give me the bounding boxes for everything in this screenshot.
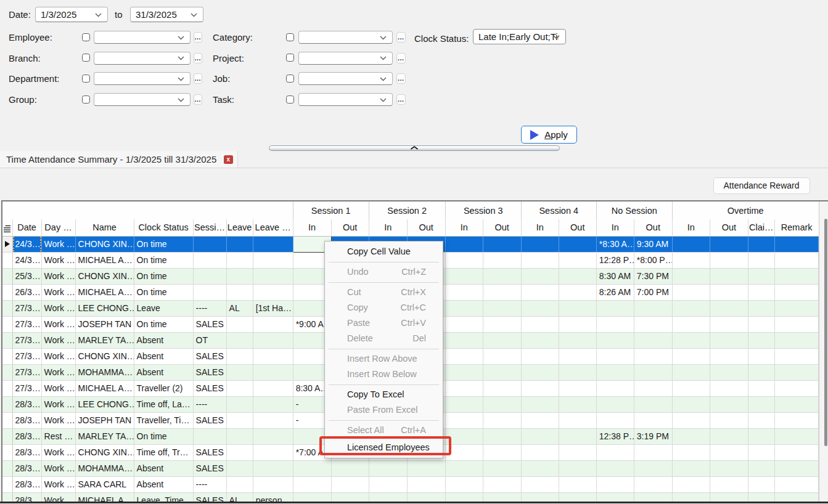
cell-day[interactable]: Work … [41, 348, 75, 364]
column-header-leave[interactable]: Leave [226, 219, 253, 236]
cell-claim[interactable] [748, 236, 774, 252]
row-header-cell[interactable] [2, 268, 12, 284]
column-header-date[interactable]: Date [12, 219, 41, 236]
row-header-cell[interactable] [2, 348, 12, 364]
row-header-cell[interactable] [2, 364, 12, 380]
cell-s4-in[interactable] [521, 268, 559, 284]
cell-s4-in[interactable] [521, 316, 559, 332]
filter-checkbox[interactable] [286, 54, 294, 62]
column-header-s2-in[interactable]: In [369, 219, 407, 236]
cell-s1-in[interactable] [293, 460, 331, 476]
cell-ot-in[interactable] [672, 412, 710, 428]
cell-clock-status[interactable]: On time [134, 268, 193, 284]
context-menu-item[interactable]: Copy To Excel [325, 387, 443, 402]
cell-remark[interactable] [774, 460, 818, 476]
cell-session[interactable]: ---- [193, 476, 226, 492]
cell-date[interactable]: 24/3… [12, 252, 41, 268]
cell-ns-in[interactable]: 12:38 P… [596, 428, 634, 444]
cell-ns-out[interactable] [634, 492, 672, 502]
cell-ot-in[interactable] [672, 316, 710, 332]
cell-ns-in[interactable] [596, 460, 634, 476]
cell-s4-out[interactable] [559, 316, 596, 332]
cell-s3-in[interactable] [445, 476, 483, 492]
chevron-down-icon[interactable] [380, 77, 387, 81]
row-header-cell[interactable] [2, 476, 12, 492]
cell-s4-in[interactable] [521, 332, 559, 348]
cell-ot-out[interactable] [710, 412, 748, 428]
cell-clock-status[interactable]: Traveller (2) [134, 380, 193, 396]
group-header-no-session[interactable]: No Session [596, 201, 672, 219]
cell-ns-in[interactable] [596, 380, 634, 396]
cell-s3-in[interactable] [445, 380, 483, 396]
cell-leave-detail[interactable] [253, 236, 293, 252]
cell-s3-out[interactable] [483, 236, 521, 252]
filter-combobox[interactable] [298, 31, 393, 44]
cell-s4-out[interactable] [559, 428, 596, 444]
column-header-s3-in[interactable]: In [445, 219, 483, 236]
cell-s3-out[interactable] [483, 492, 521, 502]
cell-leave[interactable] [226, 316, 253, 332]
tab-time-attendance-summary[interactable]: Time Attendance Summary - 1/3/2025 till … [0, 151, 238, 168]
select-all-rows-header[interactable] [2, 219, 12, 236]
cell-leave-detail[interactable] [253, 252, 293, 268]
cell-claim[interactable] [748, 332, 774, 348]
row-header-cell[interactable] [2, 460, 12, 476]
cell-s3-in[interactable] [445, 396, 483, 412]
cell-session[interactable]: ---- [193, 300, 226, 316]
cell-name[interactable]: JOSEPH TAN [75, 316, 134, 332]
cell-ot-out[interactable] [710, 396, 748, 412]
cell-s4-out[interactable] [559, 380, 596, 396]
cell-name[interactable]: LEE CHONG… [75, 396, 134, 412]
cell-remark[interactable] [774, 412, 818, 428]
cell-s1-in[interactable] [293, 476, 331, 492]
cell-s3-in[interactable] [445, 460, 483, 476]
cell-name[interactable]: MICHAEL A… [75, 380, 134, 396]
column-header-ot-out[interactable]: Out [710, 219, 748, 236]
cell-date[interactable]: 28/3… [12, 460, 41, 476]
cell-s1-in[interactable] [293, 492, 331, 502]
cell-s1-out[interactable] [331, 460, 369, 476]
cell-leave[interactable] [226, 396, 253, 412]
cell-s3-in[interactable] [445, 332, 483, 348]
cell-s3-in[interactable] [445, 300, 483, 316]
cell-day[interactable]: Work … [41, 284, 75, 300]
cell-ns-in[interactable] [596, 444, 634, 460]
cell-clock-status[interactable]: Absent [134, 332, 193, 348]
cell-s4-out[interactable] [559, 252, 596, 268]
cell-claim[interactable] [748, 316, 774, 332]
cell-remark[interactable] [774, 300, 818, 316]
cell-s3-out[interactable] [483, 252, 521, 268]
cell-ot-in[interactable] [672, 476, 710, 492]
cell-s4-out[interactable] [559, 268, 596, 284]
column-header-s4-in[interactable]: In [521, 219, 559, 236]
cell-ns-out[interactable]: *8:00 P… [634, 252, 672, 268]
cell-ot-in[interactable] [672, 284, 710, 300]
table-row[interactable]: 28/3… Work … SARA CARL Absent ---- [2, 476, 819, 492]
cell-date[interactable]: 28/3… [12, 396, 41, 412]
cell-ot-in[interactable] [672, 300, 710, 316]
column-header-s1-in[interactable]: In [293, 219, 331, 236]
cell-ot-out[interactable] [710, 300, 748, 316]
context-menu-item[interactable]: Undo Ctrl+Z [325, 264, 443, 280]
cell-ns-in[interactable] [596, 332, 634, 348]
cell-leave[interactable] [226, 348, 253, 364]
row-header-cell[interactable] [2, 236, 12, 252]
column-header-ns-in[interactable]: In [596, 219, 634, 236]
cell-date[interactable]: 27/3… [12, 380, 41, 396]
filter-combobox[interactable] [298, 72, 393, 85]
cell-session[interactable] [193, 268, 226, 284]
cell-claim[interactable] [748, 492, 774, 502]
column-header-remark[interactable]: Remark [774, 219, 818, 236]
cell-ns-out[interactable]: 7:00 PM [634, 284, 672, 300]
cell-ot-out[interactable] [710, 268, 748, 284]
cell-clock-status[interactable]: Absent [134, 476, 193, 492]
cell-name[interactable]: CHONG XIN… [75, 444, 134, 460]
cell-claim[interactable] [748, 396, 774, 412]
row-header-cell[interactable] [2, 492, 12, 502]
cell-name[interactable]: MOHAMMA… [75, 364, 134, 380]
cell-clock-status[interactable]: On time [134, 236, 193, 252]
cell-s3-out[interactable] [483, 348, 521, 364]
row-header-cell[interactable] [2, 332, 12, 348]
cell-date[interactable]: 27/3… [12, 316, 41, 332]
cell-ns-in[interactable]: 8:30 AM [596, 268, 634, 284]
